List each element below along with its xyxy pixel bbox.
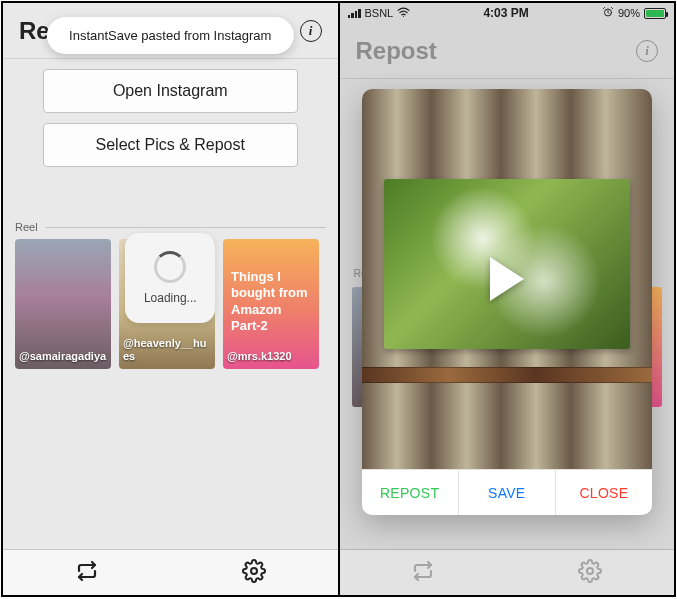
reel-label: Reel bbox=[15, 221, 38, 233]
close-button-label: CLOSE bbox=[579, 485, 628, 501]
bg-thumb-right bbox=[652, 287, 662, 407]
repost-tab-icon[interactable] bbox=[75, 559, 99, 587]
spinner-icon bbox=[154, 251, 186, 283]
repost-button[interactable]: REPOST bbox=[362, 470, 458, 515]
loading-text: Loading... bbox=[144, 291, 197, 305]
reel-thumb-1-user: @samairagadiya bbox=[19, 350, 107, 363]
reel-thumb-1[interactable]: @samairagadiya bbox=[15, 239, 111, 369]
select-pics-label: Select Pics & Repost bbox=[96, 136, 245, 154]
right-screenshot: BSNL 4:03 PM 90% Repost i bbox=[338, 3, 675, 595]
play-icon[interactable] bbox=[490, 257, 524, 301]
loading-indicator: Loading... bbox=[125, 233, 215, 323]
close-button[interactable]: CLOSE bbox=[555, 470, 652, 515]
reel-section-header: Reel bbox=[15, 221, 326, 233]
paste-toast: InstantSave pasted from Instagram bbox=[47, 17, 293, 54]
svg-point-0 bbox=[251, 568, 257, 574]
select-pics-button[interactable]: Select Pics & Repost bbox=[43, 123, 298, 167]
media-preview[interactable] bbox=[362, 89, 653, 469]
reel-thumb-3-user: @mrs.k1320 bbox=[227, 350, 315, 363]
media-action-sheet: REPOST SAVE CLOSE bbox=[362, 89, 653, 515]
divider bbox=[46, 227, 326, 228]
reel-thumb-3-overlay: Things I bought from Amazon Part-2 bbox=[231, 269, 311, 334]
repost-button-label: REPOST bbox=[380, 485, 439, 501]
save-button[interactable]: SAVE bbox=[458, 470, 555, 515]
settings-tab-icon[interactable] bbox=[242, 559, 266, 587]
info-icon[interactable]: i bbox=[300, 20, 322, 42]
save-button-label: SAVE bbox=[488, 485, 526, 501]
media-rail bbox=[362, 367, 653, 383]
paste-toast-text: InstantSave pasted from Instagram bbox=[69, 28, 271, 43]
open-instagram-label: Open Instagram bbox=[113, 82, 228, 100]
bg-thumb-left bbox=[352, 287, 362, 407]
action-row: REPOST SAVE CLOSE bbox=[362, 469, 653, 515]
bottom-tab-bar bbox=[3, 549, 338, 595]
open-instagram-button[interactable]: Open Instagram bbox=[43, 69, 298, 113]
reel-thumb-2-user: @heavenly__hues bbox=[123, 337, 211, 363]
reel-thumb-3[interactable]: Things I bought from Amazon Part-2 @mrs.… bbox=[223, 239, 319, 369]
left-screenshot: Repost i Open Instagram Select Pics & Re… bbox=[3, 3, 338, 595]
